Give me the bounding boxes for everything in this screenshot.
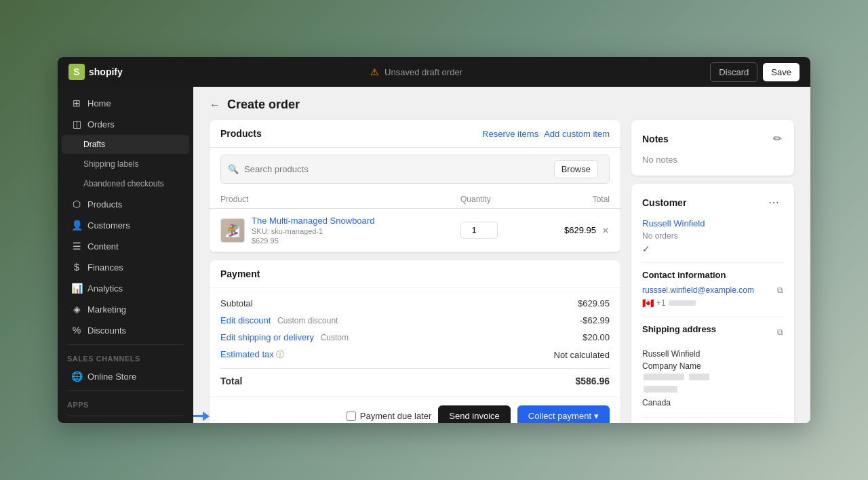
sidebar-item-customers-label: Customers: [87, 220, 130, 231]
payment-subtotal-row: Subtotal $629.95: [220, 295, 610, 312]
notes-edit-button[interactable]: ✏: [772, 131, 783, 146]
payment-card: Payment Subtotal $629.95 Edit discount C…: [210, 260, 620, 423]
notes-empty-text: No notes: [642, 155, 677, 165]
warning-icon: ⚠: [370, 66, 379, 77]
product-search-bar: 🔍 Browse: [220, 155, 610, 184]
back-button[interactable]: ←: [210, 99, 220, 111]
content-area: ← Create order Products Reserve items Ad…: [193, 87, 810, 423]
sidebar-item-abandoned-label: Abandoned checkouts: [83, 179, 164, 188]
edit-shipping-button[interactable]: Edit shipping or delivery: [220, 332, 314, 342]
main-layout: ⊞ Home ◫ Orders Drafts Shipping labels A…: [58, 87, 810, 423]
payment-shipping-row: Edit shipping or delivery Custom $20.00: [220, 329, 610, 346]
sidebar-item-products-label: Products: [87, 199, 122, 209]
phone-blur: [669, 300, 696, 306]
payment-tax-row: Estimated tax ⓘ Not calculated: [220, 346, 610, 364]
sidebar-item-analytics-label: Analytics: [87, 283, 123, 294]
col-quantity: Quantity: [460, 195, 542, 204]
shipping-address-line: [642, 372, 783, 384]
payment-due-later: Payment due later: [347, 411, 432, 421]
edit-discount-button[interactable]: Edit discount: [220, 315, 271, 325]
product-quantity-col: [460, 222, 542, 239]
sidebar-item-home-label: Home: [87, 98, 111, 108]
tax-note: Not calculated: [554, 350, 610, 360]
online-store-icon: 🌐: [71, 371, 82, 382]
customer-name[interactable]: Russell Winfield: [642, 218, 783, 228]
customer-orders: No orders: [642, 231, 783, 241]
sidebar: ⊞ Home ◫ Orders Drafts Shipping labels A…: [58, 87, 193, 423]
contact-phone: 🇨🇦 +1: [642, 298, 783, 308]
collect-payment-label: Collect payment: [528, 411, 591, 421]
payment-title: Payment: [210, 260, 620, 288]
copy-address-button[interactable]: ⧉: [777, 327, 783, 337]
home-icon: ⊞: [71, 98, 82, 108]
products-card-header: Products Reserve items Add custom item: [210, 120, 620, 148]
arrow-body: [193, 415, 203, 417]
discounts-icon: %: [71, 325, 82, 336]
customer-options-button[interactable]: ⋯: [764, 195, 783, 210]
analytics-icon: 📊: [71, 283, 82, 294]
sidebar-item-customers[interactable]: 👤 Customers: [62, 215, 189, 235]
copy-email-button[interactable]: ⧉: [777, 285, 783, 295]
payment-discount-row: Edit discount Custom discount -$62.99: [220, 312, 610, 329]
sidebar-item-finances[interactable]: $ Finances: [62, 257, 189, 277]
marketing-icon: ◈: [71, 304, 82, 315]
payment-due-later-checkbox[interactable]: [347, 412, 356, 421]
send-invoice-button[interactable]: Send invoice: [438, 405, 510, 423]
sidebar-item-orders[interactable]: ◫ Orders: [62, 114, 189, 134]
quantity-input[interactable]: [460, 222, 498, 239]
sidebar-item-analytics[interactable]: 📊 Analytics: [62, 278, 189, 298]
sidebar-divider-1: [67, 344, 184, 345]
reserve-items-button[interactable]: Reserve items: [482, 129, 538, 139]
discount-badge: Custom discount: [277, 316, 338, 325]
orders-icon: ◫: [71, 119, 82, 129]
top-bar: S shopify ⚠ Unsaved draft order Discard …: [58, 57, 810, 87]
sidebar-item-home[interactable]: ⊞ Home: [62, 93, 189, 113]
sidebar-item-online-store[interactable]: 🌐 Online Store: [62, 366, 189, 386]
sidebar-divider-3: [67, 416, 184, 416]
add-custom-item-button[interactable]: Add custom item: [544, 129, 610, 139]
sidebar-item-drafts[interactable]: Drafts: [62, 135, 189, 154]
top-bar-center: ⚠ Unsaved draft order: [370, 66, 462, 77]
shipping-address-country: Canada: [642, 397, 783, 409]
page-header: ← Create order: [193, 87, 810, 120]
shipping-address-header: Shipping address ⧉: [642, 324, 783, 340]
address-blur-3: [644, 386, 677, 393]
products-card: Products Reserve items Add custom item 🔍…: [210, 120, 620, 252]
sidebar-item-abandoned[interactable]: Abandoned checkouts: [62, 174, 189, 193]
contact-email[interactable]: russsel.winfield@example.com: [642, 285, 754, 295]
sidebar-item-online-store-label: Online Store: [87, 372, 136, 382]
sidebar-divider-2: [67, 391, 184, 391]
product-total: $629.95: [564, 225, 596, 235]
discard-button[interactable]: Discard: [710, 62, 757, 82]
sales-channels-label: Sales channels: [58, 349, 193, 365]
products-actions: Reserve items Add custom item: [482, 129, 610, 139]
customer-title: Customer: [642, 197, 686, 208]
edit-discount-link: Edit discount Custom discount: [220, 315, 338, 325]
sidebar-item-discounts-label: Discounts: [87, 325, 126, 336]
collect-payment-button[interactable]: Collect payment ▾: [517, 405, 610, 423]
sidebar-item-marketing[interactable]: ◈ Marketing: [62, 299, 189, 319]
sidebar-item-products[interactable]: ⬡ Products: [62, 194, 189, 214]
sidebar-item-marketing-label: Marketing: [87, 304, 126, 315]
search-input[interactable]: [244, 164, 549, 174]
sidebar-item-shipping-labels[interactable]: Shipping labels: [62, 155, 189, 174]
payment-due-later-label: Payment due later: [360, 411, 432, 421]
shipping-badge: Custom: [321, 333, 349, 342]
sidebar-item-discounts[interactable]: % Discounts: [62, 320, 189, 340]
arrow-head: [203, 412, 210, 421]
info-icon: ⓘ: [276, 350, 284, 359]
save-button[interactable]: Save: [763, 63, 800, 81]
sidebar-item-settings[interactable]: ⚙ Settings: [62, 420, 189, 423]
browse-button[interactable]: Browse: [554, 160, 598, 178]
edit-shipping-link: Edit shipping or delivery Custom: [220, 332, 349, 342]
customer-card: Customer ⋯ Russell Winfield No orders ✓ …: [631, 184, 794, 423]
phone-text: +1: [656, 298, 666, 308]
sidebar-item-content[interactable]: ☰ Content: [62, 236, 189, 256]
delete-product-button[interactable]: ✕: [601, 225, 610, 236]
sidebar-item-finances-label: Finances: [87, 262, 123, 273]
shopify-logo-icon: S: [68, 64, 85, 80]
product-total-col: $629.95 ✕: [542, 225, 610, 236]
total-label: Total: [220, 376, 242, 386]
estimated-tax-link[interactable]: Estimated tax: [220, 349, 274, 359]
product-name[interactable]: The Multi-managed Snowboard: [252, 216, 374, 226]
